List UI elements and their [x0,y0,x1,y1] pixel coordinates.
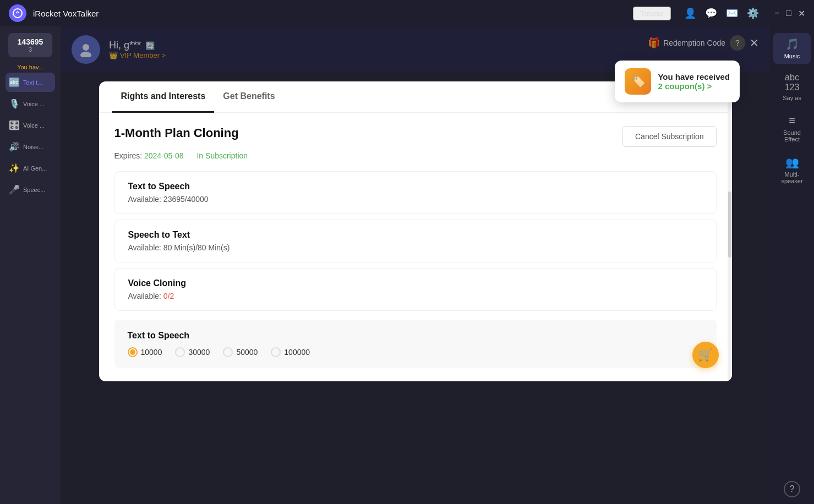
sidebar-item-voice-1[interactable]: 🎙️ Voice ... [6,94,55,113]
feature-available-tts: Available: 23695/40000 [128,195,703,204]
bottom-section: Text to Speech 10000 30000 [114,320,717,368]
noise-icon: 🔊 [9,141,20,152]
main-layout: 143695 3 You hav... 🔤 Text t... 🎙️ Voice… [0,26,814,504]
feature-row-vc: Voice Cloning Available: 0/2 [114,268,717,311]
music-icon: 🎵 [785,37,799,51]
right-sidebar-label-sound-effect: Sound Effect [775,129,808,143]
voice1-icon: 🎙️ [9,98,20,109]
maximize-button[interactable]: □ [786,8,791,19]
sidebar-item-noise[interactable]: 🔊 Noise... [6,137,55,156]
radio-option-50000[interactable]: 50000 [223,347,258,357]
radio-option-10000[interactable]: 10000 [128,347,162,357]
voice2-icon: 🎛️ [9,120,20,130]
svg-point-0 [13,9,22,18]
modal-scrollbar[interactable] [728,81,732,381]
modal-body: 1-Month Plan Cloning Cancel Subscription… [99,113,732,381]
sidebar-item-ai-gen[interactable]: ✨ AI Gen... [6,158,55,178]
radio-label-30000: 30000 [188,348,210,357]
coupon-title-line1: You have received [658,72,730,81]
expires-date: 2024-05-08 [144,151,184,160]
speech-icon: 🎤 [9,184,20,195]
available-label-vc: Available: [128,292,163,300]
right-sidebar-item-say-as[interactable]: abc123 Say as [773,68,811,106]
discord-icon[interactable]: 💬 [705,7,717,19]
sidebar-item-label: Speec... [23,187,45,193]
radio-label-100000: 100000 [284,348,310,357]
radio-circle-100000[interactable] [271,347,281,357]
help-icon: ? [790,484,795,494]
tab-label-rights: Rights and Interests [121,91,206,101]
radio-option-30000[interactable]: 30000 [175,347,210,357]
sidebar-item-label: Text t... [23,79,42,86]
coupon-icon: 🏷️ [625,68,651,95]
tutorial-button[interactable]: Tutorial [633,7,671,20]
window-controls: − □ ✕ [774,8,805,19]
text-to-speech-icon: 🔤 [9,77,20,87]
sidebar-you-have: You hav... [17,64,43,70]
sidebar-counter: 143695 3 [8,33,52,57]
available-value-vc: 0/2 [163,292,174,300]
multi-speaker-icon: 👥 [785,156,799,169]
radio-circle-10000[interactable] [128,347,138,357]
radio-group-tts: 10000 30000 50000 [128,347,703,357]
radio-label-50000: 50000 [236,348,258,357]
app-title: iRocket VoxTalker [33,9,99,18]
plan-title: 1-Month Plan Cloning [114,126,239,140]
available-label-stt: Available: [128,243,163,252]
radio-circle-50000[interactable] [223,347,233,357]
sidebar-item-speech[interactable]: 🎤 Speec... [6,180,55,199]
right-sidebar-label-say-as: Say as [783,95,801,101]
radio-option-100000[interactable]: 100000 [271,347,310,357]
feature-row-tts: Text to Speech Available: 23695/40000 [114,171,717,214]
right-sidebar-help[interactable]: ? [784,481,800,497]
plan-header: 1-Month Plan Cloning Cancel Subscription [114,126,717,147]
feature-name-stt: Speech to Text [128,230,703,240]
content-area: Hi, g*** 🔄 👑 VIP Member > 🎁 Redemption C… [61,26,770,504]
sidebar-item-label: Voice ... [23,122,45,129]
sidebar-item-label: AI Gen... [23,165,47,172]
sidebar-item-voice-2[interactable]: 🎛️ Voice ... [6,116,55,135]
left-sidebar: 143695 3 You hav... 🔤 Text t... 🎙️ Voice… [0,26,61,504]
app-logo [9,4,26,22]
say-as-icon: abc123 [785,73,800,92]
cart-button[interactable]: 🛒 [692,342,719,368]
sidebar-item-label: Voice ... [23,101,45,107]
plan-expires: Expires: 2024-05-08 In Subscription [114,151,717,160]
radio-label-10000: 10000 [141,348,162,357]
sidebar-item-text-to-speech[interactable]: 🔤 Text t... [6,73,55,92]
email-icon[interactable]: ✉️ [726,7,738,19]
feature-available-vc: Available: 0/2 [128,292,703,300]
coupon-tooltip[interactable]: 🏷️ You have received 2 coupon(s) > [615,61,740,102]
settings-icon[interactable]: ⚙️ [747,7,759,19]
feature-name-tts: Text to Speech [128,182,703,191]
user-icon[interactable]: 👤 [684,7,696,19]
coupon-title-line2: 2 coupon(s) > [658,81,730,91]
minimize-button[interactable]: − [774,8,779,19]
right-sidebar: 🎵 Music abc123 Say as ≡ Sound Effect 👥 M… [770,26,814,504]
cart-icon: 🛒 [698,348,713,362]
counter-number: 143695 [13,37,48,46]
right-sidebar-label-multi-speaker: Multi-speaker [775,171,808,184]
modal: Rights and Interests Get Benefits ⊞ More… [99,81,732,381]
cancel-subscription-button[interactable]: Cancel Subscription [622,126,717,147]
coupon-text: You have received 2 coupon(s) > [658,72,730,91]
tab-label-benefits: Get Benefits [223,91,275,101]
close-window-button[interactable]: ✕ [798,8,805,19]
radio-circle-30000[interactable] [175,347,185,357]
sound-effect-icon: ≡ [789,114,795,127]
available-label-tts: Available: [128,195,163,204]
feature-name-vc: Voice Cloning [128,278,703,288]
right-sidebar-item-multi-speaker[interactable]: 👥 Multi-speaker [773,151,811,189]
feature-row-stt: Speech to Text Available: 80 Min(s)/80 M… [114,220,717,262]
right-sidebar-item-sound-effect[interactable]: ≡ Sound Effect [773,110,811,147]
feature-available-stt: Available: 80 Min(s)/80 Min(s) [128,243,703,252]
bottom-section-title: Text to Speech [128,331,703,341]
scrollbar-thumb [728,191,731,258]
subscription-status: In Subscription [196,151,248,160]
tab-get-benefits[interactable]: Get Benefits [214,81,283,113]
ai-gen-icon: ✨ [9,163,20,173]
tab-rights-and-interests[interactable]: Rights and Interests [112,81,215,113]
right-sidebar-item-music[interactable]: 🎵 Music [773,33,811,64]
available-value-stt: 80 Min(s)/80 Min(s) [163,243,230,252]
titlebar: iRocket VoxTalker Tutorial 👤 💬 ✉️ ⚙️ − □… [0,0,814,26]
